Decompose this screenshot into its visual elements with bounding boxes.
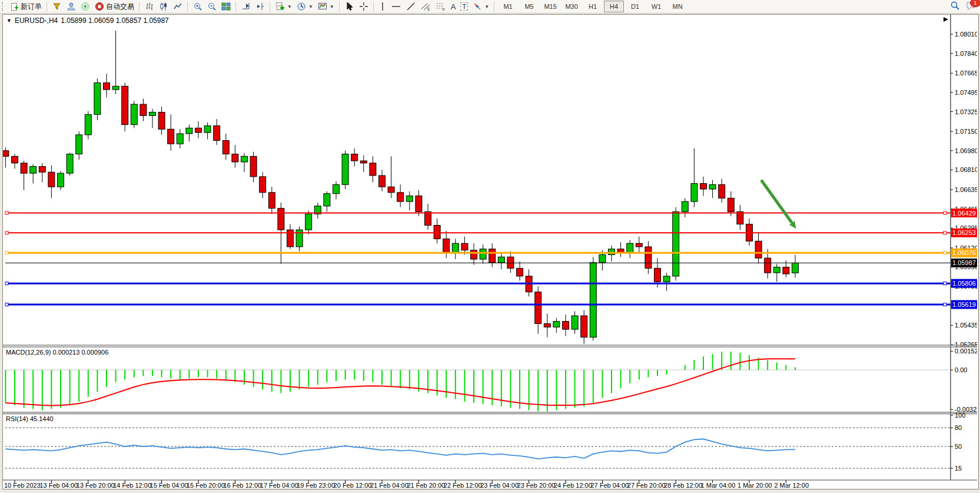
experts-button[interactable] xyxy=(64,0,78,13)
channel-tool-button[interactable]: E xyxy=(418,0,433,13)
trendline-tool-button[interactable] xyxy=(404,0,418,13)
timeframe-button-w1[interactable]: W1 xyxy=(646,1,666,12)
candle-bear xyxy=(104,83,110,90)
time-axis-label: 1 Mar 04:00 xyxy=(701,482,736,488)
templates-button[interactable]: ▼ xyxy=(315,0,337,13)
separator xyxy=(494,2,495,12)
candle-bull xyxy=(85,114,91,135)
price-chart-canvas[interactable]: 1.080101.078401.076651.074951.073251.071… xyxy=(3,15,977,488)
auto-trading-icon xyxy=(95,2,104,11)
scroll-to-end-marker[interactable] xyxy=(944,17,948,22)
line-handle-left[interactable] xyxy=(5,303,8,306)
rsi-axis-label: 15 xyxy=(955,465,962,472)
trendline-icon xyxy=(406,2,416,11)
top-toolbar: 新订单 自动交易 ▼ ▼ ▼ E F A T ▼ M1M5M15M30H1H4D… xyxy=(0,0,980,14)
horizontal-line-icon xyxy=(391,2,401,11)
candle-bull xyxy=(682,201,688,211)
timeframe-button-m30[interactable]: M30 xyxy=(562,1,582,12)
arrows-tool-button[interactable]: ▼ xyxy=(470,0,491,13)
tile-windows-icon xyxy=(221,2,231,11)
line-chart-button[interactable] xyxy=(171,0,185,13)
line-handle-left[interactable] xyxy=(5,231,8,234)
candle-bull xyxy=(131,104,137,125)
dropdown-caret: ▼ xyxy=(484,4,489,9)
signals-button[interactable] xyxy=(78,0,92,13)
auto-trading-button[interactable]: 自动交易 xyxy=(92,0,137,13)
timeframe-button-m5[interactable]: M5 xyxy=(519,1,539,12)
line-handle-left[interactable] xyxy=(5,252,8,254)
notifications-button[interactable]: 1 xyxy=(966,1,976,12)
line-handle-right[interactable] xyxy=(944,211,946,214)
candle-bear xyxy=(581,316,587,337)
timeframe-button-d1[interactable]: D1 xyxy=(625,1,645,12)
candlestick-chart-button[interactable] xyxy=(157,0,171,13)
zoom-in-button[interactable] xyxy=(191,0,205,13)
funnel-button[interactable] xyxy=(50,0,64,13)
indicators-button[interactable]: ▼ xyxy=(273,0,294,13)
line-handle-right[interactable] xyxy=(944,252,946,254)
svg-text:F: F xyxy=(443,8,445,12)
candle-bear xyxy=(168,129,174,144)
cursor-button[interactable] xyxy=(343,0,357,13)
text-tool-button[interactable]: A xyxy=(449,0,459,13)
indicators-add-icon xyxy=(275,2,285,11)
candle-bull xyxy=(691,183,697,201)
candle-bull xyxy=(241,156,248,162)
candle-bear xyxy=(48,172,55,187)
chart-shift-button[interactable] xyxy=(253,0,267,13)
periods-button[interactable]: ▼ xyxy=(294,0,315,13)
candle-bull xyxy=(452,243,459,252)
timeframe-button-h1[interactable]: H1 xyxy=(583,1,603,12)
line-handle-left[interactable] xyxy=(5,211,8,214)
line-handle-right[interactable] xyxy=(944,231,946,234)
line-handle-right[interactable] xyxy=(944,282,946,285)
crosshair-button[interactable] xyxy=(357,0,371,13)
candle-bull xyxy=(663,276,670,282)
horizontal-line-tool-button[interactable] xyxy=(388,0,404,13)
candle-bear xyxy=(755,241,762,258)
fibonacci-tool-button[interactable]: F xyxy=(433,0,449,13)
auto-scroll-button[interactable] xyxy=(239,0,253,13)
candle-bull xyxy=(498,257,504,263)
candle-bear xyxy=(260,177,266,193)
candle-bull xyxy=(709,184,716,189)
new-order-button[interactable]: 新订单 xyxy=(8,0,44,13)
price-axis-label: 1.06810 xyxy=(955,166,977,173)
candle-bear xyxy=(388,187,394,193)
line-handle-left[interactable] xyxy=(5,282,8,285)
candle-bear xyxy=(140,104,147,115)
timeframe-button-m1[interactable]: M1 xyxy=(498,1,518,12)
bar-chart-button[interactable] xyxy=(142,0,157,13)
candle-bear xyxy=(727,198,734,211)
dropdown-caret: ▼ xyxy=(308,4,313,9)
line-handle-right[interactable] xyxy=(944,303,946,306)
zoom-out-button[interactable] xyxy=(205,0,219,13)
auto-scroll-icon xyxy=(241,2,251,11)
time-axis-label: 22 Feb 12:00 xyxy=(444,482,482,488)
tile-windows-button[interactable] xyxy=(219,0,233,13)
vertical-line-tool-button[interactable] xyxy=(377,0,388,13)
separator xyxy=(187,2,188,12)
timeframe-button-m15[interactable]: M15 xyxy=(540,1,560,12)
candle-bear xyxy=(3,151,9,157)
time-axis-label: 21 Feb 04:00 xyxy=(370,482,408,488)
text-label-icon: T xyxy=(460,2,468,11)
candle-bull xyxy=(58,173,64,187)
timeframe-button-h4[interactable]: H4 xyxy=(604,1,624,12)
time-axis-label: 23 Feb 20:00 xyxy=(517,482,556,488)
candle-bear xyxy=(700,183,707,189)
annotation-arrow[interactable] xyxy=(761,180,792,223)
candle-bear xyxy=(636,243,642,247)
text-label-tool-button[interactable]: T xyxy=(458,0,470,13)
equidistant-channel-icon: E xyxy=(420,2,431,11)
candle-bear xyxy=(222,140,229,154)
candle-bear xyxy=(195,128,202,133)
search-icon[interactable] xyxy=(950,1,960,12)
candle-bull xyxy=(599,254,606,262)
timeframe-button-mn[interactable]: MN xyxy=(667,1,687,12)
candle-bear xyxy=(39,167,45,173)
candle-bear xyxy=(232,154,238,162)
cursor-icon xyxy=(345,2,354,11)
time-axis-label: 23 Feb 04:00 xyxy=(480,482,519,488)
chart-window[interactable]: ▼ EURUSD-,H4 1.05899 1.06059 1.05857 1.0… xyxy=(2,14,979,489)
